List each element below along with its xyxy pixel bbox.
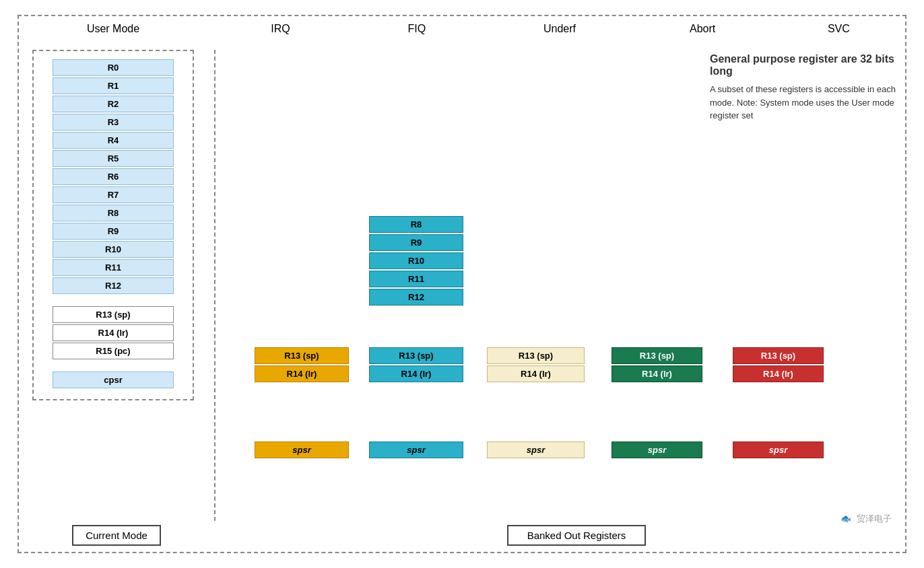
irq-spsr: spsr xyxy=(255,440,349,460)
banked-out-label: Banked Out Registers xyxy=(507,525,647,546)
reg-r15-user: R15 (pc) xyxy=(53,343,174,359)
diagram: User Mode IRQ FIQ Underf Abort SVC R0 R1… xyxy=(18,15,906,553)
col-header-abort: Abort xyxy=(659,23,746,35)
fiq-upper-regs: R8 R9 R10 R11 R12 xyxy=(369,215,463,307)
underf-spsr: spsr xyxy=(487,440,585,460)
reg-r1: R1 xyxy=(53,77,174,94)
fiq-r10: R10 xyxy=(369,252,463,269)
reg-r5: R5 xyxy=(53,150,174,167)
svc-spsr: spsr xyxy=(733,440,824,460)
reg-cpsr: cpsr xyxy=(53,371,174,388)
info-box: General purpose register are 32 bits lon… xyxy=(710,53,898,122)
fiq-banked-regs: R13 (sp) R14 (lr) xyxy=(369,346,463,384)
fiq-r13: R13 (sp) xyxy=(369,347,463,364)
abort-r13: R13 (sp) xyxy=(612,347,702,364)
reg-r13-user: R13 (sp) xyxy=(53,306,174,323)
fiq-r14: R14 (lr) xyxy=(369,365,463,382)
reg-r11: R11 xyxy=(53,259,174,276)
irq-r14: R14 (lr) xyxy=(255,365,349,382)
fiq-spsr: spsr xyxy=(369,440,463,460)
reg-r7: R7 xyxy=(53,186,174,203)
fiq-r12: R12 xyxy=(369,289,463,306)
abort-banked-regs: R13 (sp) R14 (lr) xyxy=(612,346,702,384)
irq-r13: R13 (sp) xyxy=(255,347,349,364)
reg-r3: R3 xyxy=(53,114,174,131)
reg-r6: R6 xyxy=(53,168,174,185)
svc-banked-regs: R13 (sp) R14 (lr) xyxy=(733,346,824,384)
abort-spsr-reg: spsr xyxy=(612,441,702,458)
reg-r9: R9 xyxy=(53,223,174,240)
svc-r14: R14 (lr) xyxy=(733,365,824,382)
abort-spsr: spsr xyxy=(612,440,702,460)
underf-r14: R14 (lr) xyxy=(487,365,585,382)
reg-r2: R2 xyxy=(53,96,174,112)
irq-banked-regs: R13 (sp) R14 (lr) xyxy=(255,346,349,384)
col-header-svc: SVC xyxy=(798,23,879,35)
svc-r13: R13 (sp) xyxy=(733,347,824,364)
current-mode-label-area: Current Mode xyxy=(26,530,207,542)
col-header-user: User Mode xyxy=(19,23,207,35)
fiq-r11: R11 xyxy=(369,271,463,287)
abort-r14: R14 (lr) xyxy=(612,365,702,382)
fiq-spsr-reg: spsr xyxy=(369,441,463,458)
reg-r10: R10 xyxy=(53,241,174,258)
watermark: 🐟 贸泽电子 xyxy=(840,513,892,525)
reg-r4: R4 xyxy=(53,132,174,149)
irq-spsr-reg: spsr xyxy=(255,441,349,458)
divider xyxy=(214,50,216,521)
info-title: General purpose register are 32 bits lon… xyxy=(710,53,898,77)
reg-r14-user: R14 (lr) xyxy=(53,324,174,341)
col-header-underf: Underf xyxy=(513,23,607,35)
reg-r12: R12 xyxy=(53,277,174,294)
user-mode-box: R0 R1 R2 R3 R4 R5 R6 R7 R8 R9 R10 R11 R1… xyxy=(32,50,194,400)
reg-r0: R0 xyxy=(53,59,174,76)
col-header-irq: IRQ xyxy=(240,23,321,35)
col-header-fiq: FIQ xyxy=(373,23,461,35)
banked-out-label-area: Banked Out Registers xyxy=(255,530,898,542)
underf-banked-regs: R13 (sp) R14 (lr) xyxy=(487,346,585,384)
fiq-r9: R9 xyxy=(369,234,463,251)
current-mode-label: Current Mode xyxy=(72,525,161,546)
underf-r13: R13 (sp) xyxy=(487,347,585,364)
info-body: A subset of these registers is accessibl… xyxy=(710,83,898,122)
reg-r8: R8 xyxy=(53,205,174,221)
svc-spsr-reg: spsr xyxy=(733,441,824,458)
underf-spsr-reg: spsr xyxy=(487,441,585,458)
fiq-r8: R8 xyxy=(369,216,463,233)
